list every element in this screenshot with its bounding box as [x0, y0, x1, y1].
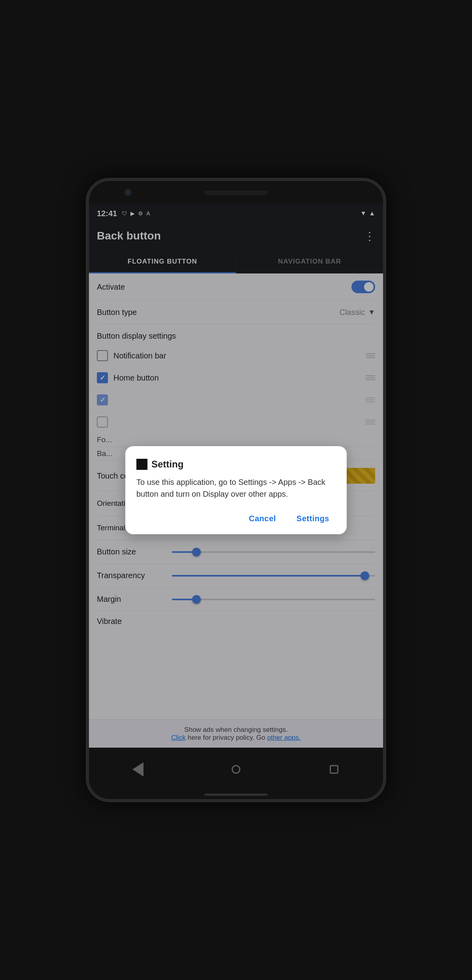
dialog-cancel-button[interactable]: Cancel	[243, 511, 283, 526]
phone-frame: 12:41 🛡 ▶ ⚙ A ▼ ▲ Back button ⋮ FLOATING…	[86, 178, 386, 802]
dialog-overlay: Setting To use this application, go to S…	[89, 181, 383, 799]
dialog-actions: Cancel Settings	[136, 511, 336, 526]
dialog-settings-button[interactable]: Settings	[290, 511, 336, 526]
dialog-box: Setting To use this application, go to S…	[125, 446, 347, 534]
dialog-message: To use this application, go to Settings …	[136, 476, 336, 500]
dialog-title-row: Setting	[136, 459, 336, 470]
dialog-title: Setting	[151, 459, 183, 470]
dialog-setting-icon	[136, 459, 147, 470]
